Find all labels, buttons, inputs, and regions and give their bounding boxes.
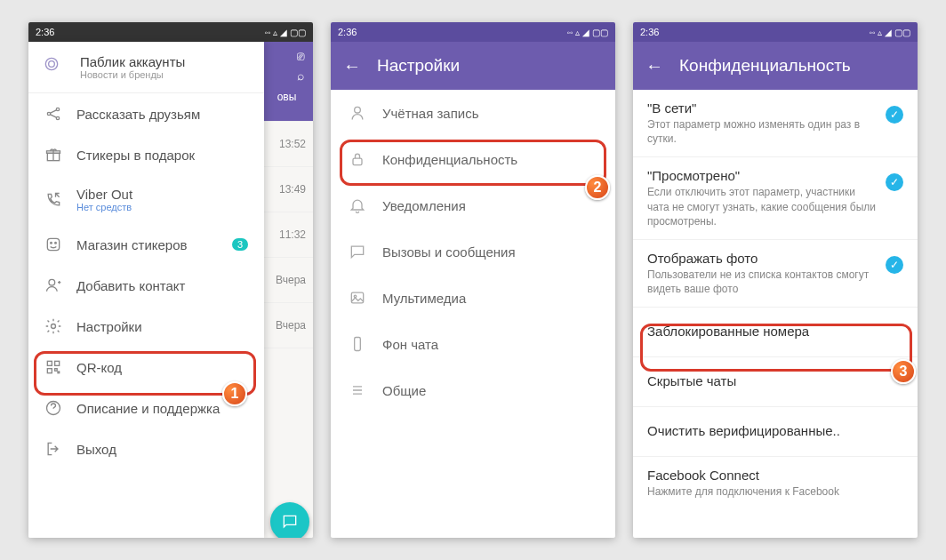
privacy-item-facebook[interactable]: Facebook Connect Нажмите для подключения… — [633, 457, 918, 509]
drawer-item-stickers[interactable]: Магазин стикеров 3 — [28, 224, 264, 265]
list-icon — [349, 381, 366, 399]
screen-title: Конфиденциальность — [679, 56, 851, 76]
drawer-item-label: Выход — [76, 442, 116, 457]
status-time: 2:36 — [338, 27, 357, 37]
privacy-list: "В сети" Этот параметр можно изменять од… — [633, 90, 918, 538]
drawer-item-settings[interactable]: Настройки — [28, 306, 264, 347]
drawer-item-label: QR-код — [76, 360, 122, 375]
chat-icon — [349, 243, 366, 260]
check-icon: ✓ — [886, 256, 903, 274]
drawer-item-qr[interactable]: QR-код — [28, 347, 264, 388]
compose-fab[interactable] — [270, 502, 309, 538]
privacy-item-title: Отображать фото — [647, 251, 877, 266]
status-bar: 2:36 ◦◦ ▵ ◢ ▢▢ — [28, 22, 313, 42]
drawer-item-add-contact[interactable]: Добавить контакт — [28, 265, 264, 306]
status-icons: ◦◦ ▵ ◢ ▢▢ — [870, 28, 910, 37]
settings-item-media[interactable]: Мультимедиа — [331, 275, 615, 321]
settings-item-privacy[interactable]: Конфиденциальность — [331, 136, 615, 182]
drawer-item-share[interactable]: Рассказать друзьям — [28, 93, 264, 134]
bell-icon — [349, 196, 366, 214]
privacy-item-title: Очистить верифицированные.. — [647, 423, 903, 438]
qr-icon — [44, 358, 62, 376]
drawer-item-label: Добавить контакт — [76, 278, 185, 293]
chat-header-bg: ⎚ ⌕ — [260, 42, 313, 90]
drawer-item-sublabel: Нет средств — [76, 202, 132, 212]
settings-item-calls[interactable]: Вызовы и сообщения — [331, 228, 615, 275]
drawer-header[interactable]: Паблик аккаунты Новости и бренды — [28, 42, 264, 93]
svg-rect-20 — [351, 292, 363, 303]
chat-time: 13:49 — [261, 167, 313, 212]
image-icon — [349, 289, 366, 307]
phone-screen-privacy: 2:36 ◦◦ ▵ ◢ ▢▢ ← Конфиденциальность "В с… — [633, 22, 918, 538]
person-icon — [349, 104, 366, 122]
svg-point-11 — [52, 324, 56, 329]
tab-row-bg: овы — [261, 86, 313, 122]
privacy-item-title: "Просмотрено" — [647, 168, 877, 183]
settings-item-general[interactable]: Общие — [331, 367, 615, 413]
privacy-item-seen[interactable]: "Просмотрено" Если отключить этот параме… — [633, 157, 918, 240]
privacy-item-sub: Если отключить этот параметр, участники … — [647, 185, 877, 228]
status-time: 2:36 — [640, 27, 659, 37]
privacy-item-photo[interactable]: Отображать фото Пользователи не из списк… — [633, 240, 918, 308]
settings-item-label: Мультимедиа — [382, 291, 466, 306]
svg-point-10 — [49, 279, 55, 285]
chat-icon — [281, 513, 299, 531]
privacy-item-title: Заблокированные номера — [647, 324, 903, 339]
cast-icon: ⎚ — [297, 49, 304, 63]
chat-list-background: ⎚ ⌕ овы 13:52 13:49 11:32 Вчера Вчера — [260, 42, 313, 538]
check-icon: ✓ — [886, 173, 903, 191]
privacy-item-sub: Нажмите для подключения к Facebook — [647, 484, 903, 499]
svg-point-2 — [47, 112, 50, 115]
sticker-icon — [44, 236, 62, 253]
svg-rect-12 — [47, 361, 52, 365]
privacy-item-online[interactable]: "В сети" Этот параметр можно изменять од… — [633, 90, 918, 157]
svg-rect-7 — [47, 238, 59, 250]
back-button[interactable]: ← — [343, 56, 361, 76]
settings-list: Учётная запись Конфиденциальность Уведом… — [331, 90, 615, 538]
step-badge-1: 1 — [222, 381, 247, 406]
drawer-subtitle: Новости и бренды — [80, 69, 185, 80]
privacy-item-hidden[interactable]: Скрытые чаты — [633, 357, 918, 407]
status-icons: ◦◦ ▵ ◢ ▢▢ — [567, 28, 608, 37]
back-button[interactable]: ← — [645, 56, 663, 76]
step-badge-3: 3 — [891, 359, 916, 384]
status-icons: ◦◦ ▵ ◢ ▢▢ — [265, 28, 306, 37]
drawer-item-label: Настройки — [76, 319, 142, 334]
settings-item-label: Общие — [382, 383, 426, 398]
status-bar: 2:36 ◦◦ ▵ ◢ ▢▢ — [633, 22, 918, 42]
screen-title: Настройки — [377, 56, 460, 76]
phone-screen-settings: 2:36 ◦◦ ▵ ◢ ▢▢ ← Настройки Учётная запис… — [331, 22, 615, 538]
settings-item-wallpaper[interactable]: Фон чата — [331, 321, 615, 367]
svg-rect-13 — [55, 361, 60, 365]
privacy-item-title: Скрытые чаты — [647, 373, 903, 388]
settings-item-label: Фон чата — [382, 337, 438, 352]
support-icon — [44, 399, 62, 417]
add-contact-icon — [44, 276, 62, 294]
chat-time: 13:52 — [261, 122, 313, 167]
settings-item-label: Вызовы и сообщения — [382, 244, 516, 260]
drawer-item-label: Viber Out — [76, 187, 132, 202]
settings-item-account[interactable]: Учётная запись — [331, 90, 615, 136]
svg-rect-14 — [47, 369, 52, 373]
gear-icon — [44, 317, 62, 335]
drawer-item-gift[interactable]: Стикеры в подарок — [28, 134, 264, 175]
search-icon: ⌕ — [297, 68, 304, 83]
drawer-item-viberout[interactable]: Viber Out Нет средств — [28, 175, 264, 224]
phone-screen-drawer: 2:36 ◦◦ ▵ ◢ ▢▢ ⎚ ⌕ овы 13:52 13:49 11:32… — [28, 22, 313, 538]
svg-point-9 — [55, 243, 57, 244]
sticker-badge: 3 — [232, 238, 248, 251]
privacy-item-title: "В сети" — [647, 100, 877, 116]
privacy-item-clear[interactable]: Очистить верифицированные.. — [633, 407, 918, 457]
drawer-item-label: Рассказать друзьям — [76, 107, 200, 122]
privacy-item-blocked[interactable]: Заблокированные номера — [633, 308, 918, 357]
drawer-item-label: Описание и поддержка — [76, 401, 220, 416]
drawer-item-exit[interactable]: Выход — [28, 428, 264, 469]
settings-item-label: Учётная запись — [382, 106, 479, 121]
public-accounts-icon — [43, 55, 68, 80]
app-bar: ← Настройки — [331, 42, 615, 90]
privacy-item-sub: Пользователи не из списка контактов смог… — [647, 268, 877, 296]
lock-icon — [349, 150, 366, 168]
settings-item-notifications[interactable]: Уведомления — [331, 182, 615, 228]
svg-point-0 — [45, 58, 57, 69]
svg-rect-19 — [353, 158, 362, 165]
